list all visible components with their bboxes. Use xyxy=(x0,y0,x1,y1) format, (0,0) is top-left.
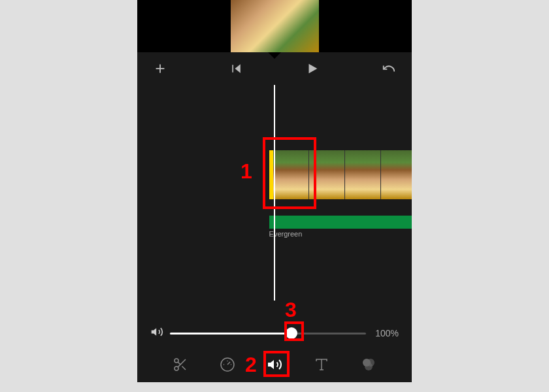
preview-thumbnail[interactable] xyxy=(231,0,319,52)
volume-panel: 100% xyxy=(137,320,412,346)
svg-point-16 xyxy=(365,363,373,370)
volume-value: 100% xyxy=(373,328,399,338)
svg-point-6 xyxy=(175,359,178,363)
clip-frame xyxy=(309,150,345,199)
volume-thumb[interactable] xyxy=(286,327,297,339)
volume-slider[interactable] xyxy=(170,333,366,335)
audio-track[interactable] xyxy=(269,216,412,229)
svg-marker-4 xyxy=(309,64,318,74)
preview-area xyxy=(137,0,412,52)
video-editor-screen: Evergreen 100% 1 2 3 xyxy=(137,0,412,382)
svg-marker-11 xyxy=(268,360,274,369)
svg-marker-2 xyxy=(235,64,240,73)
timeline[interactable]: Evergreen xyxy=(137,85,412,301)
svg-marker-5 xyxy=(152,328,157,336)
speaker-icon xyxy=(150,325,163,341)
volume-fill xyxy=(170,333,291,335)
volume-tool-button[interactable] xyxy=(261,351,288,378)
svg-line-10 xyxy=(178,362,180,365)
play-button[interactable] xyxy=(303,59,322,78)
clip-frame xyxy=(381,150,412,199)
clip-frame xyxy=(345,150,381,199)
annotation-label-3: 3 xyxy=(285,298,297,322)
add-media-button[interactable] xyxy=(150,59,170,78)
undo-button[interactable] xyxy=(379,59,399,78)
video-clip[interactable] xyxy=(269,150,412,199)
clip-frame xyxy=(273,150,309,199)
svg-line-9 xyxy=(182,366,186,370)
speed-tool-button[interactable] xyxy=(214,351,241,378)
skip-back-button[interactable] xyxy=(227,59,246,78)
tool-bar xyxy=(137,346,412,382)
filter-tool-button[interactable] xyxy=(356,351,382,378)
svg-point-7 xyxy=(175,367,178,370)
text-tool-button[interactable] xyxy=(308,351,335,378)
playhead[interactable] xyxy=(274,85,275,301)
cut-tool-button[interactable] xyxy=(167,351,193,378)
clip-frames xyxy=(273,150,412,199)
